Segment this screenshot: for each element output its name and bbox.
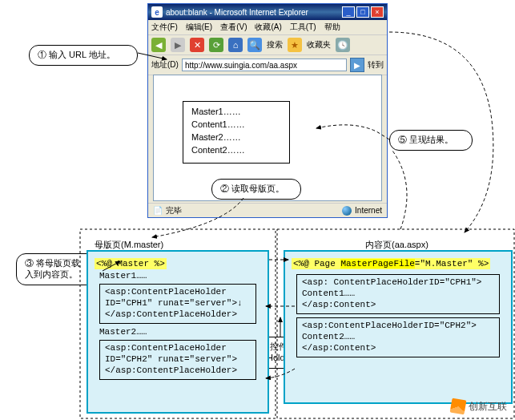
menu-help[interactable]: 帮助 — [324, 22, 340, 33]
callout-1-text: ① 输入 URL 地址。 — [38, 50, 115, 59]
search-icon[interactable]: 🔍 — [247, 38, 262, 52]
go-button[interactable]: ▶ — [350, 58, 364, 72]
window-buttons: _ □ × — [342, 6, 384, 18]
watermark: 创新互联 — [451, 399, 507, 414]
go-label: 转到 — [368, 59, 384, 71]
refresh-icon[interactable]: ⟳ — [209, 38, 223, 52]
master-panel-title: 母版页(M.master) — [95, 239, 163, 251]
maximize-button[interactable]: □ — [356, 6, 369, 18]
content2-l1: <asp:ContentPlaceHolderID="CPH2"> — [302, 320, 494, 331]
callout-step-5: ⑤ 呈现结果。 — [389, 130, 473, 151]
watermark-logo-icon — [450, 398, 467, 415]
status-done: 完毕 — [166, 205, 182, 216]
favorites-icon[interactable]: ★ — [288, 38, 302, 52]
back-icon[interactable]: ◀ — [151, 38, 166, 52]
page-line-4: Content2…… — [191, 143, 281, 156]
master-placeholder-1: <asp:ContentPlaceHolder ID="CPH1" runat=… — [99, 284, 256, 324]
ie-addressbar: 地址(D) ▶ 转到 — [148, 55, 387, 75]
menu-file[interactable]: 文件(F) — [151, 22, 178, 33]
master-page-panel: 母版页(M.master) <%@ Master %> Master1…… <a… — [87, 250, 269, 414]
master-ph1-l2: ID="CPH1" runat="server">↓ — [105, 297, 251, 309]
menu-fav[interactable]: 收藏(A) — [255, 22, 281, 33]
master-ph1-l1: <asp:ContentPlaceHolder — [105, 286, 251, 297]
ie-menubar: 文件(F) 编辑(E) 查看(V) 收藏(A) 工具(T) 帮助 — [148, 20, 387, 35]
content-page-panel: 内容页(aa.aspx) <%@ Page MasterPageFile="M.… — [284, 250, 513, 404]
toolbar-fav-label: 收藏夹 — [307, 39, 331, 50]
address-input[interactable] — [182, 59, 347, 71]
stop-icon[interactable]: ✕ — [190, 38, 204, 52]
master-ph1-l3: </asp:ContentPlaceHolder> — [105, 309, 251, 320]
page-line-3: Master2…… — [191, 131, 281, 143]
content2-l2: Content2…… — [302, 331, 494, 342]
history-icon[interactable]: 🕓 — [336, 38, 350, 52]
window-title: about:blank - Microsoft Internet Explore… — [166, 8, 308, 17]
rendered-page-box: Master1…… Content1…… Master2…… Content2…… — [183, 101, 290, 164]
content-panel-title: 内容页(aa.aspx) — [365, 239, 428, 251]
watermark-text: 创新互联 — [469, 400, 507, 414]
master-line-1: Master1…… — [99, 271, 256, 281]
ie-titlebar: e about:blank - Microsoft Internet Explo… — [148, 4, 387, 20]
status-zone: Internet — [355, 206, 382, 215]
content-block-2: <asp:ContentPlaceHolderID="CPH2"> Conten… — [296, 317, 500, 357]
content-directive-attr: MasterPageFile — [340, 259, 414, 269]
callout-2-text: ② 读取母版页。 — [220, 184, 284, 193]
content-directive-pre: <%@ Page — [293, 259, 340, 269]
ie-statusbar: 📄 完毕 Internet — [148, 203, 387, 217]
callout-3-text-a: ③ 将母版页载 — [25, 257, 95, 269]
menu-edit[interactable]: 编辑(E) — [186, 22, 212, 33]
callout-step-2: ② 读取母版页。 — [211, 179, 301, 200]
home-icon[interactable]: ⌂ — [228, 38, 243, 52]
content2-l3: </asp:Content> — [302, 342, 494, 353]
master-ph2-l1: <asp:ContentPlaceHolder — [105, 342, 251, 353]
callout-5-text: ⑤ 呈现结果。 — [398, 135, 453, 144]
toolbar-search-label: 搜索 — [267, 39, 283, 50]
menu-tools[interactable]: 工具(T) — [290, 22, 316, 33]
content-block-1: <asp: ContentPlaceHolderID="CPH1"> Conte… — [296, 274, 500, 314]
ie-logo-icon: e — [151, 6, 163, 18]
page-line-2: Content1…… — [191, 118, 281, 131]
content1-l1: <asp: ContentPlaceHolderID="CPH1"> — [302, 277, 494, 288]
content-directive-post: ="M.Master" %> — [415, 259, 489, 269]
content-directive: <%@ Page MasterPageFile="M.Master" %> — [292, 258, 490, 269]
address-label: 地址(D) — [151, 59, 179, 71]
master-ph2-l2: ID="CPH2" runat="server"> — [105, 353, 251, 365]
master-ph2-l3: </asp:ContentPlaceHolder> — [105, 365, 251, 376]
status-done-icon: 📄 — [153, 206, 163, 215]
callout-step-1: ① 输入 URL 地址。 — [29, 45, 138, 66]
master-placeholder-2: <asp:ContentPlaceHolder ID="CPH2" runat=… — [99, 340, 256, 380]
content1-l3: </asp:Content> — [302, 299, 494, 310]
menu-view[interactable]: 查看(V) — [220, 22, 247, 33]
master-line-2: Master2…… — [99, 327, 256, 337]
internet-zone-icon — [342, 206, 352, 216]
page-line-1: Master1…… — [191, 105, 281, 118]
master-directive: <%@ Master %> — [95, 258, 167, 269]
close-button[interactable]: × — [371, 6, 384, 18]
forward-icon[interactable]: ▶ — [171, 38, 185, 52]
content1-l2: Content1…… — [302, 288, 494, 299]
callout-3-text-b: 入到内容页。 — [25, 269, 95, 280]
minimize-button[interactable]: _ — [342, 6, 355, 18]
ie-toolbar: ◀ ▶ ✕ ⟳ ⌂ 🔍 搜索 ★ 收藏夹 🕓 — [148, 35, 387, 55]
